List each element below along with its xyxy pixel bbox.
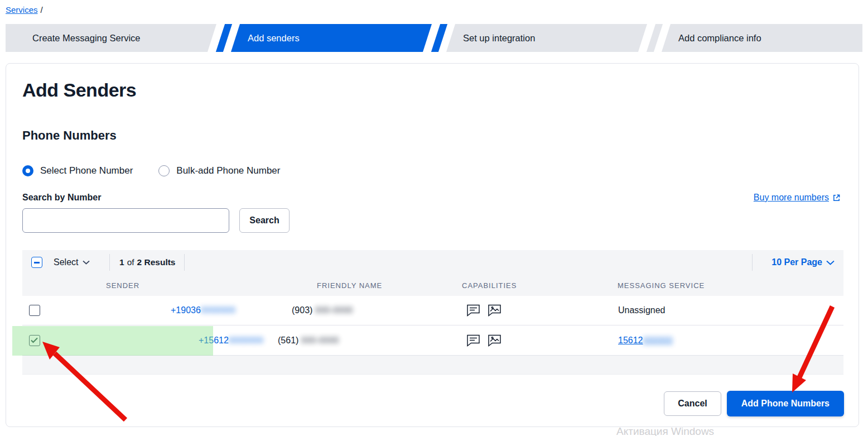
- step-separator: [432, 24, 446, 52]
- friendly-redacted-digits: 000-0000: [301, 336, 339, 345]
- sms-bubble-icon: [466, 334, 480, 347]
- step-chevron-sliver: [647, 24, 663, 52]
- step-label: Add compliance info: [678, 33, 761, 44]
- select-all-checkbox[interactable]: [31, 257, 42, 268]
- sms-bubble-icon: [466, 304, 480, 317]
- step-label: Set up integration: [463, 33, 535, 44]
- results-of: of: [127, 257, 134, 267]
- per-page-dropdown[interactable]: 10 Per Page: [771, 250, 835, 275]
- action-buttons: Cancel Add Phone Numbers: [664, 391, 844, 416]
- step-chevron-sliver: [431, 24, 447, 52]
- messaging-service-cell: Unassigned: [618, 305, 666, 315]
- chevron-down-icon: [826, 260, 835, 265]
- step-create-messaging-service: Create Messaging Service: [6, 24, 216, 52]
- results-current: 1: [119, 257, 124, 267]
- search-input[interactable]: [22, 208, 229, 233]
- capabilities-cell: [466, 304, 501, 317]
- radio-bulk-add-phone-number[interactable]: Bulk-add Phone Number: [158, 165, 280, 176]
- indeterminate-dash-icon: [34, 262, 40, 263]
- breadcrumb-separator: /: [41, 5, 43, 15]
- sender-number-link[interactable]: +156120000000: [199, 336, 263, 346]
- column-header-messaging-service: MESSAGING SERVICE: [618, 281, 705, 290]
- radio-selected-icon[interactable]: [22, 165, 33, 176]
- capabilities-cell: [466, 334, 501, 347]
- divider: [184, 254, 185, 271]
- column-header-capabilities: CAPABILITIES: [462, 281, 517, 290]
- radio-unselected-icon[interactable]: [158, 165, 170, 176]
- sender-visible-digits: +19036: [171, 305, 201, 315]
- table-footer-row: [22, 356, 843, 375]
- external-link-icon: [832, 194, 841, 202]
- radio-label: Select Phone Number: [40, 165, 133, 176]
- row-checkbox-checked[interactable]: [29, 335, 40, 346]
- checkmark-icon: [31, 337, 38, 343]
- step-label: Create Messaging Service: [32, 33, 141, 44]
- radio-select-phone-number[interactable]: Select Phone Number: [22, 165, 133, 176]
- breadcrumb: Services/: [6, 5, 43, 15]
- friendly-name-cell: (561) 000-0000: [278, 336, 339, 346]
- table-row: +190360000000 (903) 000-0000 Unassigned: [22, 296, 843, 325]
- mms-media-bubble-icon: [488, 334, 501, 347]
- divider: [109, 254, 110, 271]
- table-column-headers: SENDER FRIENDLY NAME CAPABILITIES MESSAG…: [22, 275, 843, 296]
- buy-more-numbers-link[interactable]: Buy more numbers: [754, 193, 841, 203]
- buy-more-numbers-label: Buy more numbers: [754, 193, 829, 203]
- step-chevron-sliver: [216, 24, 232, 52]
- add-senders-page: Services/ Create Messaging Service Add s…: [0, 0, 868, 436]
- add-senders-card: Add Senders Phone Numbers Select Phone N…: [6, 63, 859, 427]
- chevron-down-icon: [83, 260, 90, 265]
- messaging-service-link[interactable]: 15612000000: [618, 336, 673, 346]
- breadcrumb-services-link[interactable]: Services: [6, 5, 38, 15]
- step-add-compliance-info: Add compliance info: [662, 24, 862, 52]
- phone-numbers-table: Select 1 of 2 Results 10 Per Page: [22, 250, 843, 375]
- step-add-senders: Add senders: [231, 24, 432, 52]
- process-stepper: Create Messaging Service Add senders Set…: [6, 24, 862, 52]
- phone-number-mode-radios: Select Phone Number Bulk-add Phone Numbe…: [22, 165, 281, 176]
- table-control-row: Select 1 of 2 Results 10 Per Page: [22, 250, 843, 275]
- column-header-sender: SENDER: [106, 281, 139, 290]
- service-visible-digits: 15612: [618, 336, 643, 345]
- table-header: Select 1 of 2 Results 10 Per Page: [22, 250, 843, 296]
- step-separator: [647, 24, 662, 52]
- radio-label: Bulk-add Phone Number: [176, 165, 280, 176]
- friendly-visible-digits: (903): [292, 305, 312, 315]
- step-separator: [216, 24, 231, 52]
- select-dropdown[interactable]: Select: [54, 250, 90, 275]
- sender-redacted-digits: 0000000: [201, 305, 235, 315]
- mms-media-bubble-icon: [488, 304, 501, 317]
- results-count: 1 of 2 Results: [119, 250, 175, 275]
- friendly-redacted-digits: 000-0000: [315, 305, 353, 315]
- search-button[interactable]: Search: [239, 208, 290, 233]
- friendly-name-cell: (903) 000-0000: [292, 305, 353, 315]
- page-title: Add Senders: [22, 79, 136, 101]
- per-page-label: 10 Per Page: [771, 257, 822, 267]
- sender-visible-digits: +15612: [199, 336, 229, 345]
- results-total: 2 Results: [137, 257, 176, 267]
- table-row: +156120000000 (561) 000-0000 15612000000: [22, 325, 843, 356]
- section-title: Phone Numbers: [22, 128, 117, 143]
- sender-redacted-digits: 0000000: [229, 336, 263, 345]
- select-dropdown-label: Select: [54, 257, 78, 267]
- add-phone-numbers-button[interactable]: Add Phone Numbers: [727, 391, 844, 416]
- friendly-visible-digits: (561): [278, 336, 298, 345]
- sender-number-link[interactable]: +190360000000: [171, 305, 235, 315]
- step-label: Add senders: [248, 33, 300, 44]
- divider: [752, 254, 753, 271]
- column-header-friendly-name: FRIENDLY NAME: [317, 281, 382, 290]
- step-set-up-integration: Set up integration: [446, 24, 647, 52]
- row-checkbox-unchecked[interactable]: [29, 305, 40, 316]
- search-by-number-label: Search by Number: [22, 193, 101, 203]
- cancel-button[interactable]: Cancel: [664, 391, 721, 416]
- service-redacted-digits: 000000: [643, 336, 673, 345]
